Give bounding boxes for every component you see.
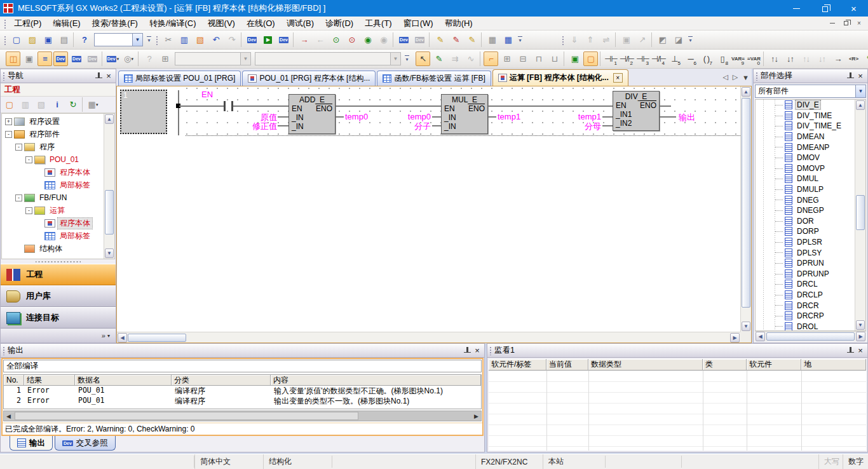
output-horizontal-scrollbar[interactable]: ◀ ▶: [3, 411, 482, 421]
toolbar-grip[interactable]: [561, 35, 564, 45]
menu-help[interactable]: 帮助(H): [439, 17, 478, 31]
nav-item-program-parts[interactable]: - 程序部件: [2, 128, 104, 140]
parts-list-item[interactable]: DIV_E: [756, 100, 855, 111]
toolbar-grip[interactable]: [3, 35, 6, 45]
parts-scrollbar[interactable]: ▲ ▼: [855, 100, 865, 330]
open-contact-icon[interactable]: ⊣⊢1: [604, 51, 618, 66]
vertical-line-icon[interactable]: ⊥5: [667, 51, 682, 66]
open-branch-icon[interactable]: ⊣⊢3: [635, 51, 650, 66]
close-panel-icon[interactable]: ×: [855, 346, 865, 356]
menu-debug[interactable]: 调试(B): [281, 17, 320, 31]
column-header-device[interactable]: 软元件: [747, 359, 801, 370]
recalculate-line-icon[interactable]: ∿: [463, 51, 478, 66]
parts-list-item[interactable]: DIV_TIME_E: [756, 121, 855, 132]
column-header-class[interactable]: 类: [703, 359, 747, 370]
tab-pou01-body[interactable]: POU_01 [PRG] 程序本体 [结构...: [242, 71, 376, 86]
scrollbar-thumb[interactable]: [856, 195, 865, 230]
write-to-plc-icon[interactable]: →: [297, 32, 311, 47]
nav-item-pou01[interactable]: - POU_01: [2, 153, 104, 166]
interconnect-mode-icon[interactable]: ✎: [431, 51, 446, 66]
return-icon[interactable]: <R>: [846, 51, 861, 66]
input-variable-label[interactable]: 修正值: [236, 121, 277, 132]
tab-scroll-right-icon[interactable]: ▷: [733, 73, 738, 81]
input-variable-label[interactable]: temp0: [390, 112, 431, 121]
scroll-left-icon[interactable]: ◀: [118, 333, 127, 343]
device-memory-icon[interactable]: Dev: [69, 51, 84, 66]
save-project-icon[interactable]: ▣: [41, 32, 55, 47]
nav-item-yunsuan[interactable]: - 运算: [2, 204, 104, 217]
parts-list-item[interactable]: DPLSR: [756, 237, 855, 248]
parts-list-item[interactable]: DMULP: [756, 184, 855, 195]
device-init-icon[interactable]: Dev: [85, 51, 100, 66]
scrollbar-thumb[interactable]: [15, 412, 358, 420]
select-mode-icon[interactable]: ↖: [416, 51, 430, 66]
parts-filter-combo[interactable]: 所有部件 ▼: [755, 85, 866, 98]
device-find-icon[interactable]: ◎: [121, 51, 136, 66]
column-header-address[interactable]: 地: [801, 359, 866, 370]
print-icon[interactable]: ▤: [57, 32, 71, 47]
sort-icon[interactable]: ▦: [86, 97, 100, 112]
panel-grip[interactable]: [489, 346, 492, 355]
cross-reference-find-icon[interactable]: ⊞: [158, 51, 172, 66]
column-header-device-label[interactable]: 软元件/标签: [489, 359, 546, 370]
parts-list-item[interactable]: DRCLP: [756, 290, 855, 301]
splitter-handle[interactable]: [36, 259, 81, 264]
help-window-icon[interactable]: ?: [142, 51, 156, 66]
property-icon[interactable]: i: [50, 97, 64, 112]
coil-icon[interactable]: ( )7: [699, 51, 714, 66]
nav-view-connection-button[interactable]: 连接目标: [1, 307, 116, 329]
scroll-down-icon[interactable]: ▼: [742, 322, 750, 331]
undo-icon[interactable]: ↶: [208, 32, 223, 47]
monitor-stop-icon[interactable]: ⊙: [344, 32, 359, 47]
menu-window[interactable]: 窗口(W): [398, 17, 439, 31]
en-variable-label[interactable]: EN: [201, 90, 213, 99]
tab-yunsuan-body[interactable]: 运算 [FB] 程序本体 [结构化... ×: [492, 69, 628, 86]
output-variable-label[interactable]: temp0: [345, 112, 368, 121]
navigation-window-icon[interactable]: ◫: [6, 51, 20, 66]
module-configuration-icon[interactable]: ▣: [22, 51, 36, 66]
parts-list-item[interactable]: DRCR: [756, 300, 855, 311]
parts-list-item[interactable]: DRCRP: [756, 311, 855, 322]
parts-list-item[interactable]: DMUL: [756, 173, 855, 184]
debug-skip-icon[interactable]: ⇌: [599, 32, 613, 47]
var-assign-icon[interactable]: VAR=9: [731, 51, 745, 66]
debug-break-icon[interactable]: ⇑: [583, 32, 597, 47]
column-header-current-value[interactable]: 当前值: [546, 359, 588, 370]
mdi-restore-button[interactable]: [840, 18, 851, 28]
close-panel-icon[interactable]: ×: [104, 71, 114, 81]
paste-icon[interactable]: ▧: [193, 32, 207, 47]
refresh-icon[interactable]: ↻: [65, 97, 80, 112]
tree-expand-icon[interactable]: +: [5, 118, 12, 125]
toolbar-overflow-icon[interactable]: ▾: [145, 33, 153, 47]
parts-list-item[interactable]: DOR: [756, 216, 855, 227]
mdi-close-button[interactable]: ×: [853, 18, 865, 28]
tab-local-label-pou01[interactable]: 局部标签设置 POU_01 [PRG]: [118, 71, 241, 86]
input-variable-label[interactable]: temp1: [562, 112, 601, 121]
nav-item-pou01-body[interactable]: 程序本体: [2, 166, 104, 179]
scroll-down-icon[interactable]: ▼: [856, 320, 865, 330]
tree-expand-icon[interactable]: -: [25, 207, 32, 214]
fb-mul-e[interactable]: MUL_E EN ENO _IN _IN: [441, 94, 488, 134]
parts-list-item[interactable]: DRCL: [756, 279, 855, 290]
forced-input-on-icon[interactable]: ◩: [655, 32, 670, 47]
tab-scroll-left-icon[interactable]: ◁: [722, 73, 728, 81]
nav-view-user-library-button[interactable]: 用户库: [1, 285, 116, 307]
open-project-icon[interactable]: ▨: [25, 32, 39, 47]
horizontal-line-icon[interactable]: ─6: [683, 51, 698, 66]
close-panel-icon[interactable]: ×: [472, 346, 482, 356]
pin-icon[interactable]: [93, 71, 104, 81]
scrollbar-thumb[interactable]: [766, 332, 855, 341]
fb-div-e[interactable]: DIV_E EN ENO _IN1 _IN2: [613, 91, 660, 131]
watch-stop-icon[interactable]: ◉: [376, 32, 391, 47]
input-variable-label[interactable]: 分子: [397, 121, 431, 132]
tree-expand-icon[interactable]: -: [5, 131, 12, 138]
pc-communication-icon[interactable]: ▦: [501, 32, 515, 47]
parts-list-item[interactable]: DPRUN: [756, 258, 855, 269]
wire-mode-icon[interactable]: ⌐: [484, 51, 498, 66]
tab-fb-label-yunsuan[interactable]: 函数/FB标签设置 运算 [FB]: [377, 71, 491, 86]
close-button[interactable]: ×: [839, 0, 868, 17]
menu-project[interactable]: 工程(P): [8, 17, 47, 31]
move-down-icon[interactable]: ⊔: [547, 51, 562, 66]
output-variable-label[interactable]: temp1: [498, 112, 520, 121]
tree-expand-icon[interactable]: -: [15, 194, 22, 201]
